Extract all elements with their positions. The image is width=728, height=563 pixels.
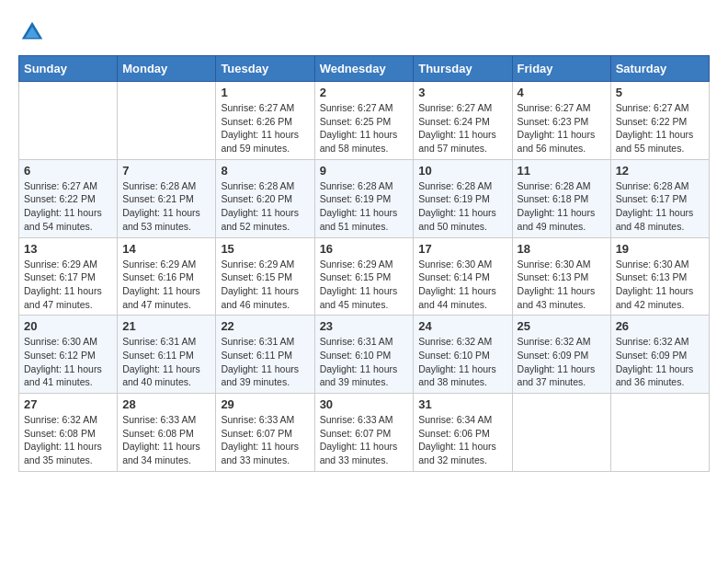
page-header	[18, 18, 710, 46]
day-number: 5	[616, 86, 704, 99]
day-info: Sunrise: 6:28 AMSunset: 6:20 PMDaylight:…	[221, 179, 309, 234]
calendar-cell: 15Sunrise: 6:29 AMSunset: 6:15 PMDayligh…	[216, 237, 314, 316]
weekday-header: Saturday	[610, 56, 709, 82]
calendar-cell: 29Sunrise: 6:33 AMSunset: 6:07 PMDayligh…	[216, 394, 314, 472]
weekday-header: Tuesday	[216, 56, 314, 82]
day-number: 2	[320, 86, 409, 99]
day-number: 29	[221, 397, 309, 411]
logo	[18, 18, 50, 46]
calendar-cell: 16Sunrise: 6:29 AMSunset: 6:15 PMDayligh…	[314, 237, 414, 316]
calendar-cell: 4Sunrise: 6:27 AMSunset: 6:23 PMDaylight…	[512, 82, 610, 160]
day-info: Sunrise: 6:32 AMSunset: 6:10 PMDaylight:…	[418, 335, 506, 389]
day-number: 11	[518, 164, 606, 178]
calendar-table: SundayMondayTuesdayWednesdayThursdayFrid…	[18, 55, 710, 472]
day-number: 16	[320, 242, 409, 256]
day-number: 25	[518, 319, 606, 333]
day-number: 8	[221, 164, 309, 178]
calendar-cell: 24Sunrise: 6:32 AMSunset: 6:10 PMDayligh…	[414, 316, 512, 394]
day-info: Sunrise: 6:32 AMSunset: 6:08 PMDaylight:…	[24, 413, 112, 467]
calendar-cell: 19Sunrise: 6:30 AMSunset: 6:13 PMDayligh…	[610, 237, 709, 316]
day-info: Sunrise: 6:27 AMSunset: 6:22 PMDaylight:…	[616, 101, 704, 155]
calendar-cell: 8Sunrise: 6:28 AMSunset: 6:20 PMDaylight…	[216, 159, 314, 237]
calendar-cell: 30Sunrise: 6:33 AMSunset: 6:07 PMDayligh…	[314, 394, 414, 472]
day-number: 1	[221, 86, 309, 99]
calendar-cell: 18Sunrise: 6:30 AMSunset: 6:13 PMDayligh…	[512, 237, 610, 316]
day-info: Sunrise: 6:29 AMSunset: 6:15 PMDaylight:…	[221, 258, 309, 312]
calendar-cell	[19, 82, 118, 160]
calendar-cell: 22Sunrise: 6:31 AMSunset: 6:11 PMDayligh…	[216, 316, 314, 394]
day-number: 10	[418, 164, 506, 178]
calendar-cell: 11Sunrise: 6:28 AMSunset: 6:18 PMDayligh…	[512, 159, 610, 237]
calendar-cell: 26Sunrise: 6:32 AMSunset: 6:09 PMDayligh…	[610, 316, 709, 394]
calendar-cell	[512, 394, 610, 472]
day-info: Sunrise: 6:31 AMSunset: 6:10 PMDaylight:…	[320, 335, 409, 389]
day-info: Sunrise: 6:27 AMSunset: 6:22 PMDaylight:…	[24, 179, 112, 234]
calendar-cell: 10Sunrise: 6:28 AMSunset: 6:19 PMDayligh…	[414, 159, 512, 237]
calendar-cell: 9Sunrise: 6:28 AMSunset: 6:19 PMDaylight…	[314, 159, 414, 237]
day-number: 30	[320, 397, 409, 411]
day-number: 18	[518, 242, 606, 256]
day-number: 14	[122, 242, 210, 256]
weekday-row: SundayMondayTuesdayWednesdayThursdayFrid…	[19, 56, 710, 82]
day-number: 4	[518, 86, 606, 99]
calendar-cell: 5Sunrise: 6:27 AMSunset: 6:22 PMDaylight…	[610, 82, 709, 160]
calendar-week-row: 20Sunrise: 6:30 AMSunset: 6:12 PMDayligh…	[19, 316, 710, 394]
calendar-cell: 31Sunrise: 6:34 AMSunset: 6:06 PMDayligh…	[414, 394, 512, 472]
calendar-cell: 3Sunrise: 6:27 AMSunset: 6:24 PMDaylight…	[414, 82, 512, 160]
day-number: 3	[418, 86, 506, 99]
day-info: Sunrise: 6:29 AMSunset: 6:17 PMDaylight:…	[24, 258, 112, 312]
calendar-cell: 1Sunrise: 6:27 AMSunset: 6:26 PMDaylight…	[216, 82, 314, 160]
calendar-cell: 21Sunrise: 6:31 AMSunset: 6:11 PMDayligh…	[118, 316, 216, 394]
day-info: Sunrise: 6:27 AMSunset: 6:23 PMDaylight:…	[518, 101, 606, 155]
weekday-header: Sunday	[19, 56, 118, 82]
calendar-header: SundayMondayTuesdayWednesdayThursdayFrid…	[19, 56, 710, 82]
weekday-header: Friday	[512, 56, 610, 82]
day-info: Sunrise: 6:32 AMSunset: 6:09 PMDaylight:…	[518, 335, 606, 389]
day-info: Sunrise: 6:30 AMSunset: 6:14 PMDaylight:…	[418, 258, 506, 312]
weekday-header: Wednesday	[314, 56, 414, 82]
day-number: 20	[24, 319, 112, 333]
day-number: 26	[616, 319, 704, 333]
weekday-header: Monday	[118, 56, 216, 82]
day-info: Sunrise: 6:31 AMSunset: 6:11 PMDaylight:…	[221, 335, 309, 389]
day-info: Sunrise: 6:33 AMSunset: 6:08 PMDaylight:…	[122, 413, 210, 467]
day-info: Sunrise: 6:28 AMSunset: 6:21 PMDaylight:…	[122, 179, 210, 234]
day-info: Sunrise: 6:28 AMSunset: 6:18 PMDaylight:…	[518, 179, 606, 234]
day-info: Sunrise: 6:32 AMSunset: 6:09 PMDaylight:…	[616, 335, 704, 389]
day-info: Sunrise: 6:34 AMSunset: 6:06 PMDaylight:…	[418, 413, 506, 467]
day-number: 15	[221, 242, 309, 256]
day-info: Sunrise: 6:28 AMSunset: 6:19 PMDaylight:…	[320, 179, 409, 234]
day-info: Sunrise: 6:30 AMSunset: 6:13 PMDaylight:…	[616, 258, 704, 312]
day-info: Sunrise: 6:30 AMSunset: 6:13 PMDaylight:…	[518, 258, 606, 312]
calendar-cell: 17Sunrise: 6:30 AMSunset: 6:14 PMDayligh…	[414, 237, 512, 316]
day-info: Sunrise: 6:30 AMSunset: 6:12 PMDaylight:…	[24, 335, 112, 389]
calendar-week-row: 6Sunrise: 6:27 AMSunset: 6:22 PMDaylight…	[19, 159, 710, 237]
calendar-cell: 23Sunrise: 6:31 AMSunset: 6:10 PMDayligh…	[314, 316, 414, 394]
day-number: 12	[616, 164, 704, 178]
day-number: 9	[320, 164, 409, 178]
calendar-week-row: 1Sunrise: 6:27 AMSunset: 6:26 PMDaylight…	[19, 82, 710, 160]
day-info: Sunrise: 6:27 AMSunset: 6:25 PMDaylight:…	[320, 101, 409, 155]
day-info: Sunrise: 6:31 AMSunset: 6:11 PMDaylight:…	[122, 335, 210, 389]
day-number: 24	[418, 319, 506, 333]
logo-icon	[18, 18, 46, 46]
calendar-cell: 14Sunrise: 6:29 AMSunset: 6:16 PMDayligh…	[118, 237, 216, 316]
day-info: Sunrise: 6:28 AMSunset: 6:17 PMDaylight:…	[616, 179, 704, 234]
day-number: 31	[418, 397, 506, 411]
day-number: 6	[24, 164, 112, 178]
day-info: Sunrise: 6:29 AMSunset: 6:16 PMDaylight:…	[122, 258, 210, 312]
day-info: Sunrise: 6:28 AMSunset: 6:19 PMDaylight:…	[418, 179, 506, 234]
day-number: 17	[418, 242, 506, 256]
calendar-week-row: 13Sunrise: 6:29 AMSunset: 6:17 PMDayligh…	[19, 237, 710, 316]
calendar-cell: 12Sunrise: 6:28 AMSunset: 6:17 PMDayligh…	[610, 159, 709, 237]
day-number: 7	[122, 164, 210, 178]
day-number: 19	[616, 242, 704, 256]
calendar-cell: 27Sunrise: 6:32 AMSunset: 6:08 PMDayligh…	[19, 394, 118, 472]
calendar-cell: 2Sunrise: 6:27 AMSunset: 6:25 PMDaylight…	[314, 82, 414, 160]
day-number: 28	[122, 397, 210, 411]
calendar-cell: 25Sunrise: 6:32 AMSunset: 6:09 PMDayligh…	[512, 316, 610, 394]
weekday-header: Thursday	[414, 56, 512, 82]
day-info: Sunrise: 6:29 AMSunset: 6:15 PMDaylight:…	[320, 258, 409, 312]
day-info: Sunrise: 6:27 AMSunset: 6:24 PMDaylight:…	[418, 101, 506, 155]
calendar-cell: 6Sunrise: 6:27 AMSunset: 6:22 PMDaylight…	[19, 159, 118, 237]
